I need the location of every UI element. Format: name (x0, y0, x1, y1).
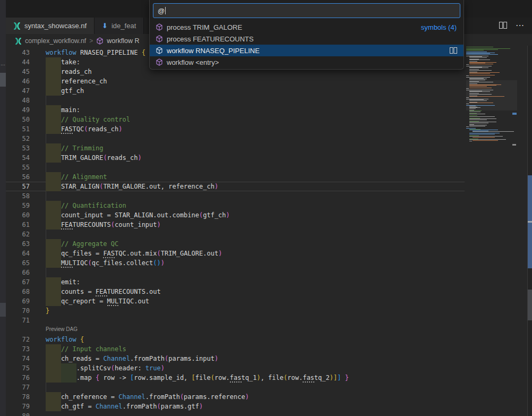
line-number: 80 (6, 411, 40, 416)
codelens-preview-dag[interactable]: Preview DAG (46, 326, 78, 332)
line-number: 54 (6, 153, 40, 163)
code-line[interactable]: 61FEATURECOUNTS(count_input) (6, 220, 465, 230)
symbol-cube-icon (156, 58, 163, 66)
scrollbar-thumb-2[interactable] (528, 290, 532, 320)
code-line[interactable]: 59// Quantification (6, 201, 465, 210)
tab-syntax-showcase[interactable]: syntax_showcase.nf (6, 18, 95, 34)
code-line-text: // Input channels (46, 344, 126, 354)
sidebar-scroll-handle-2[interactable] (0, 303, 6, 317)
line-number: 47 (6, 86, 40, 96)
code-line-text: reference_ch (46, 77, 107, 86)
quick-open-item-label: workflow RNASEQ_PIPELINE (167, 47, 260, 55)
nextflow-icon (13, 22, 21, 30)
line-number: 67 (6, 277, 40, 287)
line-number: 46 (6, 77, 40, 86)
line-number: 72 (6, 335, 40, 344)
code-line-text: ch_reference = Channel.fromPath(params.r… (46, 392, 249, 402)
codelens-row: Preview DAG (6, 325, 465, 335)
open-to-side-icon[interactable] (450, 47, 457, 54)
code-line[interactable]: 75.splitCsv(header: true) (6, 363, 465, 373)
code-line[interactable]: 46reference_ch (6, 77, 465, 86)
code-line[interactable]: 52 (6, 134, 465, 143)
line-number: 58 (6, 191, 40, 201)
code-line[interactable]: 72workflow { (6, 335, 465, 344)
line-number: 57 (6, 182, 40, 191)
code-line[interactable]: 70} (6, 306, 465, 316)
line-number: 55 (6, 163, 40, 172)
code-line-text: ch_gtf = Channel.fromPath(params.gtf) (46, 402, 203, 411)
indent-guide (46, 383, 46, 392)
line-number: 51 (6, 124, 40, 134)
line-number: 43 (6, 48, 40, 57)
arrow-down-icon: ⬇ (102, 22, 108, 30)
code-line[interactable]: 62 (6, 230, 465, 239)
symbol-cube-icon (156, 23, 163, 31)
code-line[interactable]: 69qc_report = MULTIQC.out (6, 296, 465, 306)
line-number: 59 (6, 201, 40, 210)
line-number: 75 (6, 363, 40, 373)
line-number: 48 (6, 96, 40, 105)
code-line-text: // Trimming (46, 143, 103, 153)
code-line[interactable]: 63// Aggregate QC (6, 239, 465, 249)
indent-guide (46, 134, 46, 143)
text-cursor (165, 7, 166, 14)
code-line[interactable]: 68counts = FEATURECOUNTS.out (6, 287, 465, 296)
breadcrumb-symbol[interactable]: workflow R (107, 37, 139, 45)
editor-actions: ⋯ (499, 20, 525, 30)
collapsed-sidebar-strip[interactable]: ⋯ (0, 0, 6, 416)
code-line[interactable]: 74ch_reads = Channel.fromPath(params.inp… (6, 354, 465, 363)
code-line[interactable]: 64qc_files = FASTQC.out.mix(TRIM_GALORE.… (6, 249, 465, 258)
quick-open-input[interactable]: @ (153, 3, 460, 18)
code-line[interactable]: 71 (6, 316, 465, 325)
code-line[interactable]: 66 (6, 268, 465, 277)
code-line[interactable]: 54TRIM_GALORE(reads_ch) (6, 153, 465, 163)
code-line[interactable]: 80 (6, 411, 465, 416)
line-number: 56 (6, 172, 40, 182)
code-line[interactable]: 77 (6, 383, 465, 392)
indent-guide (46, 268, 46, 277)
line-number: 45 (6, 67, 40, 77)
code-editor[interactable]: 43workflow RNASEQ_PIPELINE {44take:45rea… (6, 48, 465, 416)
code-line[interactable]: 47gtf_ch (6, 86, 465, 96)
code-line[interactable]: 65MULTIQC(qc_files.collect()) (6, 258, 465, 268)
code-line[interactable]: 56// Alignment (6, 172, 465, 182)
code-line-text: TRIM_GALORE(reads_ch) (46, 153, 142, 163)
code-line[interactable]: 67emit: (6, 277, 465, 287)
breadcrumb-file[interactable]: complex_workflow.nf (25, 37, 86, 45)
minimap-slider[interactable] (466, 80, 517, 111)
code-line[interactable]: 78ch_reference = Channel.fromPath(params… (6, 392, 465, 402)
code-line[interactable]: 60count_input = STAR_ALIGN.out.combine(g… (6, 210, 465, 220)
sidebar-scroll-handle[interactable] (0, 73, 6, 87)
code-line-text: .map { row -> [row.sample_id, [file(row.… (46, 373, 349, 383)
indent-guide (46, 191, 46, 201)
code-line[interactable]: 55 (6, 163, 465, 172)
quick-open-item-label: process TRIM_GALORE (167, 23, 242, 31)
quick-open-item[interactable]: workflow <entry> (150, 56, 464, 68)
code-line[interactable]: 48 (6, 96, 465, 105)
quick-open-list: process TRIM_GALOREsymbols (4)process FE… (150, 21, 464, 68)
line-number: 65 (6, 258, 40, 268)
code-line[interactable]: 49main: (6, 105, 465, 115)
quick-open-item[interactable]: workflow RNASEQ_PIPELINE (150, 45, 464, 56)
code-line[interactable]: 50// Quality control (6, 115, 465, 124)
code-line-text: STAR_ALIGN(TRIM_GALORE.out, reference_ch… (46, 182, 218, 191)
quick-open-item[interactable]: process TRIM_GALOREsymbols (4) (150, 21, 464, 33)
split-editor-icon[interactable] (499, 22, 507, 29)
line-number: 61 (6, 220, 40, 230)
symbol-cube-icon (156, 47, 163, 54)
more-actions-icon[interactable]: ⋯ (516, 20, 525, 30)
code-line[interactable]: 53// Trimming (6, 143, 465, 153)
line-number: 60 (6, 210, 40, 220)
code-line[interactable]: 73// Input channels (6, 344, 465, 354)
code-line-text: count_input = STAR_ALIGN.out.combine(gtf… (46, 210, 230, 220)
code-line-text: ch_reads = Channel.fromPath(params.input… (46, 354, 218, 363)
quick-open-item[interactable]: process FEATURECOUNTS (150, 33, 464, 45)
tab-ide-features[interactable]: ⬇ ide_feat (95, 18, 144, 34)
code-line[interactable]: 58 (6, 191, 465, 201)
code-line[interactable]: 76.map { row -> [row.sample_id, [file(ro… (6, 373, 465, 383)
code-line-text: counts = FEATURECOUNTS.out (46, 287, 161, 296)
code-line[interactable]: 51FASTQC(reads_ch) (6, 124, 465, 134)
code-line-current[interactable]: 57STAR_ALIGN(TRIM_GALORE.out, reference_… (6, 182, 465, 191)
quick-open-dropdown: @ process TRIM_GALOREsymbols (4)process … (149, 0, 464, 70)
code-line[interactable]: 79ch_gtf = Channel.fromPath(params.gtf) (6, 402, 465, 411)
